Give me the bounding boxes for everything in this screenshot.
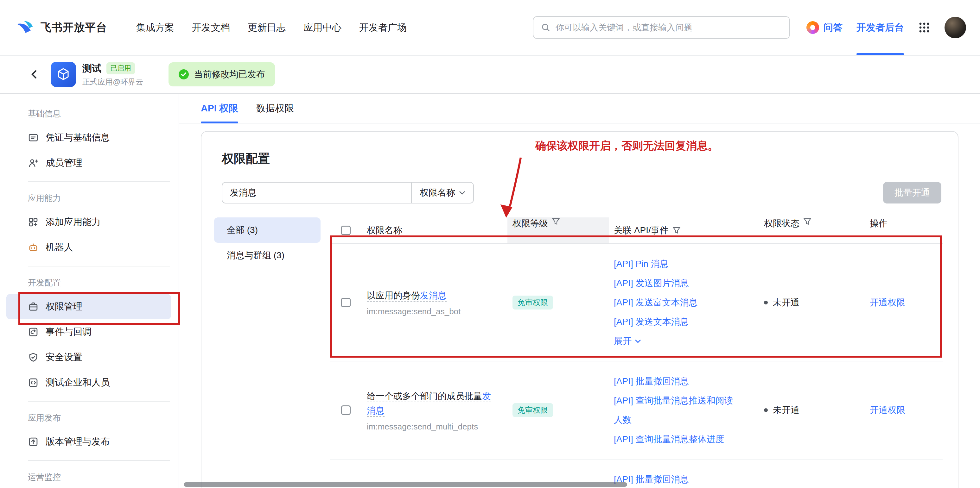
filter-funnel-icon[interactable]	[803, 217, 811, 226]
global-search[interactable]	[533, 16, 790, 39]
sidebar-divider	[28, 460, 170, 461]
back-button[interactable]	[27, 67, 42, 82]
expand-link[interactable]: 展开	[614, 331, 739, 351]
api-link[interactable]: [API] 查询批量消息推送和阅读人数	[614, 391, 739, 429]
members-icon	[28, 158, 39, 168]
batch-open-button[interactable]: 批量开通	[883, 182, 941, 203]
permission-name-cell: 以应用的身份发消息im:message:send_as_bot	[362, 288, 508, 317]
page-title: 权限配置	[222, 151, 958, 167]
permission-name[interactable]: 给一个或多个部门的成员批量发消息	[367, 389, 497, 418]
status-dot-icon	[764, 301, 768, 304]
permission-code: im:message:send_as_bot	[367, 307, 497, 317]
open-permission-link[interactable]: 开通权限	[870, 296, 905, 309]
topnav-item[interactable]: 开发者广场	[359, 21, 407, 34]
permission-tabs: API 权限 数据权限	[179, 93, 980, 124]
sidebar-item-members[interactable]: 成员管理	[6, 151, 171, 176]
security-icon	[28, 352, 39, 363]
sidebar-item-label: 权限管理	[46, 300, 82, 313]
api-link[interactable]: [API] 发送富文本消息	[614, 293, 739, 312]
api-link[interactable]: [API] 批量撤回消息	[614, 470, 739, 488]
status-dot-icon	[764, 408, 768, 412]
search-field-select[interactable]: 权限名称	[411, 182, 474, 203]
sidebar-item-version[interactable]: 版本管理与发布	[6, 429, 171, 455]
sidebar-section: 应用能力添加应用能力机器人	[0, 183, 179, 266]
select-all-checkbox[interactable]	[341, 226, 351, 235]
topnav-item[interactable]: 应用中心	[304, 21, 342, 34]
sidebar-item-security[interactable]: 安全设置	[6, 345, 171, 370]
api-link[interactable]: [API] 查询批量消息整体进度	[614, 429, 739, 449]
sidebar-item-label: 机器人	[46, 241, 73, 254]
user-avatar[interactable]	[945, 17, 966, 38]
sidebar-item-event[interactable]: 事件与回调	[6, 319, 171, 345]
header-related-apis[interactable]: 关联 API/事件	[609, 217, 758, 243]
api-link[interactable]: [API] 发送图片消息	[614, 273, 739, 293]
developer-console-tab[interactable]: 开发者后台	[856, 0, 904, 55]
table-row: 以应用的身份发消息im:message:send_as_bot免审权限[API]…	[330, 244, 943, 361]
header-permission-level[interactable]: 权限等级	[508, 217, 609, 243]
permission-list-area: 全部 (3) 消息与群组 (3) 权限名称 权限等级 关联 API/事件	[214, 217, 941, 488]
api-link[interactable]: [API] 发送文本消息	[614, 312, 739, 331]
topnav-item[interactable]: 更新日志	[248, 21, 286, 34]
row-checkbox[interactable]	[341, 298, 351, 307]
permission-table: 权限名称 权限等级 关联 API/事件 权限状态	[330, 217, 943, 488]
sidebar-section-title: 基础信息	[0, 99, 179, 125]
header-checkbox-cell	[330, 217, 362, 243]
permission-name-text: 以应用的身份发消息	[367, 290, 447, 302]
sidebar-section: 应用发布版本管理与发布	[0, 403, 179, 461]
permission-level-cell: 免审权限	[508, 296, 609, 309]
category-message-group[interactable]: 消息与群组 (3)	[214, 243, 321, 268]
header-permission-status[interactable]: 权限状态	[758, 217, 862, 243]
tab-data-permissions[interactable]: 数据权限	[256, 93, 294, 123]
filter-funnel-icon[interactable]	[552, 217, 560, 226]
sidebar-section: 基础信息凭证与基础信息成员管理	[0, 99, 179, 182]
sidebar-section: 运营监控	[0, 462, 179, 488]
sidebar-item-label: 成员管理	[46, 157, 82, 169]
sidebar-item-add-capability[interactable]: 添加应用能力	[6, 209, 171, 235]
permission-status-cell: 未开通	[758, 296, 862, 309]
sidebar-item-credential[interactable]: 凭证与基础信息	[6, 125, 171, 151]
sidebar-item-permission[interactable]: 权限管理	[6, 294, 171, 319]
permission-search-input[interactable]	[222, 182, 411, 203]
tab-api-permissions[interactable]: API 权限	[201, 93, 238, 123]
permission-level-badge: 免审权限	[512, 403, 553, 417]
sidebar-section-title: 开发配置	[0, 268, 179, 294]
top-navigation: 飞书开放平台 集成方案开发文档更新日志应用中心开发者广场 问答 开发者后台	[0, 0, 980, 56]
app-name: 测试	[82, 62, 101, 75]
sidebar-divider	[28, 266, 170, 266]
permission-name[interactable]: 以应用的身份发消息	[367, 288, 497, 303]
topnav-item[interactable]: 集成方案	[136, 21, 174, 34]
filter-funnel-icon[interactable]	[673, 226, 681, 234]
global-search-input[interactable]	[555, 23, 782, 33]
sidebar-item-bot[interactable]: 机器人	[6, 235, 171, 260]
app-icon	[51, 62, 76, 87]
row-checkbox[interactable]	[341, 406, 351, 415]
qa-link[interactable]: 问答	[807, 21, 843, 34]
add-capability-icon	[28, 217, 39, 228]
qa-label: 问答	[824, 21, 843, 34]
publish-status-banner: 当前修改均已发布	[169, 62, 275, 86]
topnav-right: 问答 开发者后台	[807, 0, 966, 55]
permission-level-cell: 免审权限	[508, 403, 609, 417]
sidebar-divider	[28, 181, 170, 182]
sidebar-item-label: 凭证与基础信息	[46, 132, 110, 144]
api-link[interactable]: [API] Pin 消息	[614, 254, 739, 273]
permission-level-badge: 免审权限	[512, 296, 553, 309]
sidebar: 基础信息凭证与基础信息成员管理应用能力添加应用能力机器人开发配置权限管理事件与回…	[0, 93, 179, 488]
category-all[interactable]: 全部 (3)	[214, 217, 321, 243]
apps-grid-icon[interactable]	[918, 21, 931, 34]
permission-name-link[interactable]: 发消息	[420, 290, 447, 300]
version-icon	[28, 436, 39, 447]
header-action: 操作	[862, 217, 943, 243]
sidebar-item-test[interactable]: 测试企业和人员	[6, 370, 171, 395]
horizontal-scrollbar[interactable]	[184, 482, 627, 487]
api-link[interactable]: [API] 批量撤回消息	[614, 372, 739, 391]
open-permission-link[interactable]: 开通权限	[870, 404, 905, 416]
enabled-status-badge: 已启用	[107, 62, 135, 74]
cube-icon	[56, 67, 71, 82]
topnav-item[interactable]: 开发文档	[192, 21, 230, 34]
row-checkbox-cell	[330, 406, 362, 415]
chevron-down-icon	[459, 190, 465, 195]
row-checkbox-cell	[330, 298, 362, 307]
brand[interactable]: 飞书开放平台	[15, 18, 107, 37]
app-header: 测试 已启用 正式应用@环界云 当前修改均已发布	[0, 56, 980, 93]
